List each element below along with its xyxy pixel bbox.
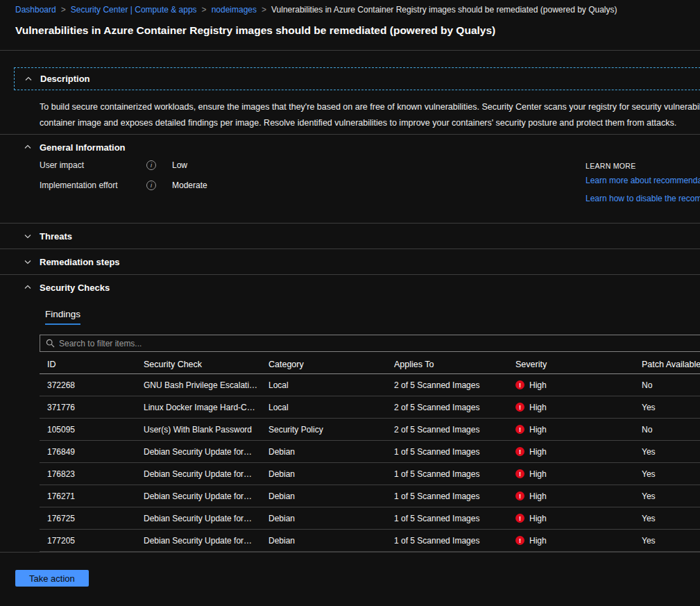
breadcrumb-dashboard[interactable]: Dashboard [15, 5, 56, 15]
description-text-line-1: To build secure containerized workloads,… [40, 99, 700, 115]
table-row[interactable]: 177205 Debian Security Update for… Debia… [40, 530, 700, 552]
threats-section-header[interactable]: Threats [0, 224, 700, 249]
cell-patch-available: No [642, 425, 700, 435]
cell-security-check: Debian Security Update for… [144, 469, 268, 479]
learn-more-heading: LEARN MORE [586, 162, 700, 170]
chevron-up-icon [24, 283, 32, 292]
cell-patch-available: Yes [642, 469, 700, 479]
security-checks-section-header[interactable]: Security Checks [0, 275, 700, 300]
chevron-up-icon [24, 143, 32, 151]
cell-patch-available: No [642, 380, 700, 390]
cell-category: Debian [268, 536, 394, 546]
general-information-section-header[interactable]: General Information [0, 135, 700, 160]
cell-id: 176271 [40, 491, 144, 501]
cell-category: Local [268, 380, 394, 390]
cell-category: Debian [268, 491, 394, 501]
cell-security-check: Debian Security Update for… [144, 447, 268, 457]
azure-recommendation-page: { "breadcrumb": { "separator": ">", "ite… [0, 0, 700, 606]
cell-patch-available: Yes [642, 447, 700, 457]
cell-patch-available: Yes [642, 403, 700, 412]
breadcrumb-separator-icon: > [257, 5, 271, 15]
cell-security-check: Debian Security Update for… [144, 514, 268, 523]
cell-applies-to: 2 of 5 Scanned Images [394, 380, 515, 390]
take-action-button[interactable]: Take action [15, 570, 89, 587]
user-impact-label: User impact [40, 160, 146, 170]
cell-id: 372268 [40, 380, 144, 390]
table-row[interactable]: 371776 Linux Docker Image Hard-C… Local … [40, 396, 700, 419]
cell-category: Local [268, 403, 394, 412]
findings-search-box [40, 335, 700, 352]
learn-more-recommendations-link[interactable]: Learn more about recommendations [586, 175, 700, 187]
severity-high-icon [515, 491, 524, 500]
cell-severity: High [515, 380, 642, 390]
cell-applies-to: 1 of 5 Scanned Images [394, 469, 515, 479]
cell-severity: High [515, 447, 642, 457]
cell-severity: High [515, 425, 642, 435]
cell-applies-to: 1 of 5 Scanned Images [394, 514, 515, 523]
severity-high-icon [515, 469, 524, 478]
column-header-category[interactable]: Category [268, 360, 394, 369]
severity-high-icon [515, 425, 524, 434]
breadcrumb-separator-icon: > [197, 5, 212, 15]
cell-id: 105095 [40, 425, 144, 435]
table-row[interactable]: 176823 Debian Security Update for… Debia… [40, 463, 700, 485]
description-text-line-2: container image and exposes detailed fin… [40, 115, 700, 131]
column-header-id[interactable]: ID [40, 360, 144, 369]
info-icon[interactable] [146, 160, 156, 170]
cell-category: Debian [268, 469, 394, 479]
chevron-down-icon [24, 258, 32, 266]
severity-high-icon [515, 514, 524, 523]
title-divider [0, 50, 700, 51]
table-row[interactable]: 105095 User(s) With Blank Password Secur… [40, 419, 700, 441]
description-section-label: Description [40, 74, 90, 84]
cell-patch-available: Yes [642, 536, 700, 546]
cell-severity: High [515, 403, 642, 412]
breadcrumb-nodeimages[interactable]: nodeimages [212, 5, 257, 15]
column-header-severity[interactable]: Severity [515, 360, 642, 369]
column-header-security-check[interactable]: Security Check [144, 360, 268, 369]
cell-category: Debian [268, 514, 394, 523]
cell-severity: High [515, 536, 642, 546]
cell-security-check: Debian Security Update for… [144, 491, 268, 501]
remediation-steps-section-label: Remediation steps [40, 257, 120, 267]
cell-patch-available: Yes [642, 514, 700, 523]
severity-high-icon [515, 380, 524, 389]
cell-severity: High [515, 491, 642, 501]
cell-severity: High [515, 514, 642, 523]
security-checks-section-label: Security Checks [40, 283, 110, 293]
cell-applies-to: 2 of 5 Scanned Images [394, 425, 515, 435]
column-header-patch-available[interactable]: Patch Available [642, 360, 700, 369]
table-row[interactable]: 176725 Debian Security Update for… Debia… [40, 507, 700, 530]
remediation-steps-section-header[interactable]: Remediation steps [0, 249, 700, 274]
cell-patch-available: Yes [642, 491, 700, 501]
chevron-down-icon [24, 232, 32, 240]
tab-findings[interactable]: Findings [45, 309, 80, 325]
table-row[interactable]: 176271 Debian Security Update for… Debia… [40, 485, 700, 507]
cell-applies-to: 1 of 5 Scanned Images [394, 447, 515, 457]
cell-id: 176725 [40, 514, 144, 523]
general-information-section-label: General Information [40, 142, 126, 153]
cell-security-check: User(s) With Blank Password [144, 425, 268, 435]
cell-id: 177205 [40, 536, 144, 546]
description-section-header[interactable]: Description [14, 67, 700, 90]
cell-security-check: Linux Docker Image Hard-C… [144, 403, 268, 412]
cell-id: 176849 [40, 447, 144, 457]
search-input[interactable] [59, 339, 700, 348]
breadcrumb: Dashboard>Security Center | Compute & ap… [0, 0, 700, 15]
cell-severity: High [515, 469, 642, 479]
implementation-effort-label: Implementation effort [40, 180, 146, 190]
breadcrumb-security-center[interactable]: Security Center | Compute & apps [71, 5, 197, 15]
cell-applies-to: 1 of 5 Scanned Images [394, 536, 515, 546]
threats-section-label: Threats [40, 231, 72, 242]
chevron-up-icon [24, 75, 33, 83]
cell-category: Debian [268, 447, 394, 457]
cell-security-check: GNU Bash Privilege Escalati… [144, 380, 268, 390]
disable-recommendation-link[interactable]: Learn how to disable the recommendation [586, 193, 700, 205]
table-row[interactable]: 176849 Debian Security Update for… Debia… [40, 441, 700, 463]
info-icon[interactable] [146, 180, 156, 190]
cell-applies-to: 1 of 5 Scanned Images [394, 491, 515, 501]
column-header-applies-to[interactable]: Applies To [394, 360, 515, 369]
user-impact-value: Low [172, 160, 187, 170]
cell-category: Security Policy [268, 425, 394, 435]
table-row[interactable]: 372268 GNU Bash Privilege Escalati… Loca… [40, 374, 700, 396]
